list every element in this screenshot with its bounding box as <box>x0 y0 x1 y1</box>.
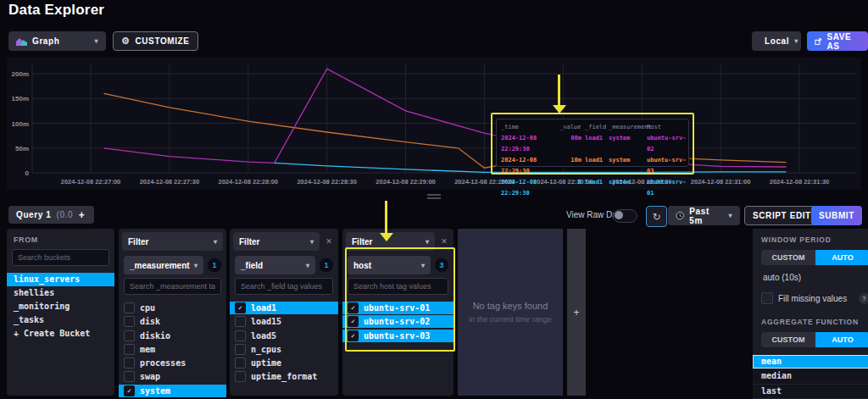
tag-value-row[interactable]: ✓ubuntu-srv-01 <box>342 302 453 314</box>
query-options-sidebar: WINDOW PERIOD CUSTOM AUTO auto (10s) Fil… <box>753 229 868 399</box>
checkbox[interactable] <box>124 302 135 313</box>
field-search-input[interactable] <box>235 278 333 295</box>
aggregate-function-list: meanmedianlast <box>753 355 868 399</box>
tag-value-row[interactable]: uptime <box>230 357 338 369</box>
filter-type-dropdown[interactable]: Filter ▾ <box>233 232 320 251</box>
aggregate-function-row[interactable]: mean <box>753 355 868 369</box>
tag-key-dropdown[interactable]: host ▾ <box>348 256 431 274</box>
tag-value-row[interactable]: ✓system <box>119 385 226 397</box>
data-explorer-page: Data Explorer Graph ▾ ⚙ CUSTOMIZE Local … <box>0 0 868 399</box>
tag-value-label: mem <box>140 345 155 354</box>
time-range-dropdown[interactable]: Past 5m ▾ <box>668 206 740 225</box>
tag-value-row[interactable]: ✓load1 <box>230 302 338 314</box>
tag-value-label: disk <box>140 317 160 326</box>
checkbox[interactable] <box>235 344 246 355</box>
bucket-item[interactable]: _monitoring <box>7 300 114 313</box>
chevron-down-icon: ▾ <box>306 262 309 269</box>
time-series-chart[interactable]: 2024-12-08 22:27:002024-12-08 22:27:3020… <box>7 58 861 190</box>
tag-value-row[interactable]: swap <box>119 370 226 383</box>
svg-text:2024-12-08 22:29:00: 2024-12-08 22:29:00 <box>376 178 435 186</box>
area-chart-icon <box>16 36 27 46</box>
bucket-item[interactable]: _tasks <box>7 313 114 327</box>
checkbox[interactable] <box>235 371 246 382</box>
measurement-search-input[interactable] <box>124 278 221 295</box>
tooltip-row: 2024-12-08 22:29:300load1systemubuntu-sr… <box>501 177 688 199</box>
aggregate-auto-button[interactable]: AUTO <box>815 332 868 347</box>
checkbox[interactable] <box>124 371 135 382</box>
checkbox[interactable] <box>235 357 246 369</box>
tag-key-dropdown[interactable]: _field ▾ <box>235 256 315 274</box>
checkbox[interactable]: ✓ <box>348 316 359 327</box>
checkbox[interactable] <box>235 316 246 327</box>
tag-value-row[interactable]: processes <box>119 357 226 369</box>
tooltip-column-header: _time <box>501 122 559 133</box>
tag-value-row[interactable]: cpu <box>119 302 226 314</box>
tag-value-row[interactable]: load15 <box>230 315 338 328</box>
window-custom-button[interactable]: CUSTOM <box>761 250 815 265</box>
tooltip-column-header: host <box>647 122 689 133</box>
export-icon <box>815 37 821 46</box>
checkbox[interactable]: ✓ <box>348 302 359 313</box>
checkbox[interactable] <box>124 316 135 327</box>
bucket-item[interactable]: shellies <box>7 286 114 300</box>
chart-plot[interactable]: 2024-12-08 22:27:002024-12-08 22:27:3020… <box>7 58 861 190</box>
host-search-input[interactable] <box>348 278 448 295</box>
local-storage-dropdown[interactable]: Local ▾ <box>752 31 801 51</box>
submit-button[interactable]: SUBMIT <box>811 206 862 225</box>
svg-text:0: 0 <box>25 169 30 177</box>
checkbox[interactable] <box>124 344 135 355</box>
tooltip-row: 2024-12-08 22:29:3080mload1systemubuntu-… <box>501 133 688 155</box>
tag-value-label: uptime_format <box>251 372 317 381</box>
tag-value-row[interactable]: uptime_format <box>230 370 338 383</box>
window-period-toggle: CUSTOM AUTO <box>761 250 868 265</box>
fill-missing-checkbox[interactable] <box>761 292 773 304</box>
visualization-type-dropdown[interactable]: Graph ▾ <box>8 31 106 51</box>
aggregate-function-label: AGGREGATE FUNCTION <box>761 318 868 326</box>
bucket-item[interactable]: + Create Bucket <box>7 327 114 341</box>
svg-text:2024-12-08 22:31:30: 2024-12-08 22:31:30 <box>770 178 829 186</box>
filter-type-dropdown[interactable]: Filter ▾ <box>122 232 223 251</box>
annotation-arrow-host-filter <box>385 201 387 235</box>
window-auto-button[interactable]: AUTO <box>815 250 868 265</box>
help-icon[interactable]: ? <box>859 293 868 304</box>
resize-drag-handle[interactable] <box>427 194 441 201</box>
close-icon[interactable]: ✕ <box>438 237 450 246</box>
refresh-button[interactable]: ↻ <box>646 206 667 227</box>
svg-text:150m: 150m <box>12 95 29 103</box>
save-as-button[interactable]: SAVE AS <box>807 31 868 51</box>
checkbox[interactable]: ✓ <box>235 302 246 313</box>
add-filter-card-button[interactable]: + <box>567 229 586 396</box>
visualization-type-label: Graph <box>32 36 59 46</box>
svg-text:2024-12-08 22:28:30: 2024-12-08 22:28:30 <box>297 178 356 186</box>
tag-value-label: cpu <box>140 303 155 313</box>
checkbox[interactable]: ✓ <box>124 385 135 396</box>
tooltip-column-header: _value <box>559 122 585 133</box>
tag-value-row[interactable]: ✓ubuntu-srv-02 <box>342 315 453 328</box>
tag-value-row[interactable]: disk <box>119 315 226 328</box>
tag-key-dropdown[interactable]: _measurement ▾ <box>124 256 203 274</box>
svg-text:50m: 50m <box>15 145 29 152</box>
bucket-search-input[interactable] <box>12 249 109 266</box>
tooltip-row: 2024-12-08 22:29:3010mload1systemubuntu-… <box>501 155 688 177</box>
checkbox[interactable] <box>124 330 135 341</box>
bucket-item[interactable]: linux_servers <box>7 273 114 286</box>
tag-value-row[interactable]: ✓ubuntu-srv-03 <box>342 330 453 342</box>
aggregate-custom-button[interactable]: CUSTOM <box>761 332 815 347</box>
checkbox[interactable] <box>235 330 246 341</box>
add-query-button[interactable]: + <box>73 206 91 224</box>
tag-value-row[interactable]: n_cpus <box>230 343 338 356</box>
aggregate-function-row[interactable]: last <box>753 385 868 399</box>
tag-value-row[interactable]: diskio <box>119 330 226 342</box>
svg-text:200m: 200m <box>12 70 29 78</box>
checkbox[interactable] <box>124 357 135 369</box>
tag-value-row[interactable]: mem <box>119 343 226 356</box>
view-raw-data-toggle[interactable] <box>613 209 637 223</box>
tag-value-label: load5 <box>251 331 276 341</box>
tag-value-row[interactable]: load5 <box>230 330 338 342</box>
from-panel-header: FROM <box>7 229 114 246</box>
aggregate-function-row[interactable]: median <box>753 369 868 384</box>
close-icon[interactable]: ✕ <box>323 237 335 246</box>
customize-button[interactable]: ⚙ CUSTOMIZE <box>113 31 198 51</box>
annotation-arrowhead-host-filter <box>380 233 393 241</box>
checkbox[interactable]: ✓ <box>348 330 359 341</box>
